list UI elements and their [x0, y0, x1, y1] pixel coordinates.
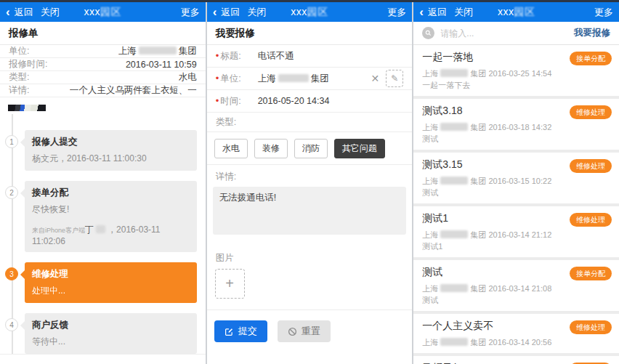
plus-icon: + — [225, 275, 234, 292]
app-title-prefix: xxx — [498, 6, 514, 17]
reset-ban-icon — [288, 327, 297, 336]
item-desc: 测试1 — [422, 240, 610, 252]
submit-button[interactable]: 提交 — [214, 320, 267, 342]
back-button[interactable]: 返回 — [428, 6, 447, 19]
step-number: 3 — [5, 267, 18, 280]
list-item[interactable]: 一个人主义卖不 维修处理 上海集团 2016-03-14 20:56 — [413, 314, 619, 353]
item-time: 2016-03-14 20:56 — [488, 338, 551, 347]
field-value: 水电 — [179, 71, 197, 84]
operator-name: 丁 — [85, 225, 94, 235]
close-button[interactable]: 关闭 — [41, 6, 60, 19]
item-meta: 上海集团 2016-03-15 10:22 — [422, 175, 610, 187]
item-meta: 上海集团 2016-03-14 21:12 — [422, 229, 610, 240]
status-badge: 维修处理 — [570, 213, 612, 227]
unit-input-value[interactable]: 上海集团 — [258, 73, 329, 85]
field-label: 详情: — [9, 84, 29, 97]
search-input[interactable] — [440, 28, 568, 39]
app-title-prefix: xxx — [84, 6, 101, 17]
app-title-prefix: xxx — [291, 6, 307, 17]
more-button[interactable]: 更多 — [387, 6, 406, 19]
back-icon[interactable]: ‹ — [6, 7, 10, 17]
back-icon[interactable]: ‹ — [213, 7, 217, 17]
form-row-unit[interactable]: •单位: 上海集团 ✕ ✎ — [207, 68, 413, 90]
more-button[interactable]: 更多 — [594, 6, 613, 19]
more-button[interactable]: 更多 — [181, 6, 200, 19]
timeline-card: 接单分配 尽快恢复! 来自iPhone客户端丁，2016-03-11 11:02… — [25, 181, 197, 252]
repair-list: 一起一落地 接单分配 上海集团 2016-03-25 14:54 一起一落下去 … — [413, 45, 619, 364]
step-title: 商户反馈 — [32, 319, 190, 331]
list-item[interactable]: 测试3.18 维修处理 上海集团 2016-03-18 14:32 测试 — [413, 99, 619, 150]
client-source-label: 来自iPhone客户端 — [32, 227, 85, 234]
app-title-masked: 园区 — [100, 6, 121, 17]
item-meta: 上海集团 2016-03-14 21:08 — [422, 283, 610, 294]
status-badge: 维修处理 — [570, 320, 612, 334]
form-title: 我要报修 — [207, 22, 413, 45]
photo-thumbnail[interactable] — [8, 105, 46, 111]
panel-repair-detail: ‹ 返回 关闭 xxx园区 更多 报修单 单位: 上海集团 报修时间: 2016… — [0, 0, 206, 364]
status-badge: 接单分配 — [570, 267, 612, 280]
form-actions: 提交 重置 — [207, 310, 413, 342]
type-chip-group: 水电 装修 消防 其它问题 — [207, 132, 413, 165]
step-note: 处理中... — [32, 285, 190, 297]
item-time: 2016-03-15 10:22 — [488, 177, 551, 185]
form-row-title[interactable]: •标题: 电话不通 — [207, 45, 413, 68]
photo-label: 图片 — [207, 235, 413, 267]
appbar-1: ‹ 返回 关闭 xxx园区 更多 — [0, 0, 206, 22]
timeline-card: 报修人提交 杨文元，2016-03-11 11:00:30 — [25, 130, 197, 171]
reset-button[interactable]: 重置 — [278, 320, 331, 342]
close-button[interactable]: 关闭 — [454, 6, 473, 19]
back-button[interactable]: 返回 — [15, 6, 33, 19]
bottom-clip — [0, 354, 206, 364]
list-item[interactable]: 测试 接单分配 上海集团 2016-03-14 21:08 测试 — [413, 260, 619, 311]
panel-repair-form: ‹ 返回 关闭 xxx园区 更多 我要报修 •标题: 电话不通 •单位: 上海集… — [207, 0, 413, 364]
list-item[interactable]: 测试3.15 维修处理 上海集团 2016-03-15 10:22 测试 — [413, 153, 619, 203]
field-row-time: 报修时间: 2016-03-11 10:59 — [0, 58, 206, 71]
step-note: 尽快恢复! — [32, 203, 190, 216]
add-photo-button[interactable]: + — [215, 269, 245, 299]
type-chip-water-electric[interactable]: 水电 — [214, 139, 248, 158]
status-badge: 接单分配 — [570, 52, 612, 65]
create-repair-link[interactable]: 我要报修 — [574, 27, 610, 39]
page-title: 报修单 — [0, 22, 206, 45]
back-button[interactable]: 返回 — [221, 6, 240, 19]
submit-edit-icon — [224, 327, 234, 336]
item-meta: 上海集团 2016-03-25 14:54 — [422, 68, 610, 79]
type-chip-renovation[interactable]: 装修 — [254, 139, 288, 158]
list-item[interactable]: 马桶又坏了 商户反馈 上海集团 2016-03-11 14:31 — [413, 356, 619, 364]
field-value: 一个人主义乌两件套上衣短、一 — [70, 84, 197, 97]
back-icon[interactable]: ‹ — [419, 7, 424, 17]
step-note: 等待中... — [32, 336, 190, 348]
type-chip-fire[interactable]: 消防 — [294, 139, 328, 158]
edit-unit-button[interactable]: ✎ — [386, 70, 403, 87]
close-button[interactable]: 关闭 — [247, 6, 266, 19]
field-label: •单位: — [216, 73, 258, 85]
step-number: 2 — [5, 186, 18, 199]
masked-text — [96, 225, 105, 233]
clear-icon[interactable]: ✕ — [371, 73, 380, 84]
timeline-step-1: 1 报修人提交 杨文元，2016-03-11 11:00:30 — [25, 130, 197, 171]
timeline-step-2: 2 接单分配 尽快恢复! 来自iPhone客户端丁，2016-03-11 11:… — [25, 181, 197, 252]
step-number: 1 — [5, 135, 18, 148]
form-row-time[interactable]: •时间: 2016-05-20 14:34 — [207, 90, 413, 113]
step-note: 杨文元，2016-03-11 11:00:30 — [32, 153, 190, 165]
timeline-step-3-active: 3 维修处理 处理中... — [25, 262, 197, 303]
time-input-value[interactable]: 2016-05-20 14:34 — [258, 96, 330, 106]
item-desc: 测试 — [422, 133, 610, 145]
detail-label: 详情: — [207, 165, 413, 187]
list-item[interactable]: 一起一落地 接单分配 上海集团 2016-03-25 14:54 一起一落下去 — [413, 45, 619, 96]
field-row-detail: 详情: 一个人主义乌两件套上衣短、一 — [0, 84, 206, 97]
field-label: •时间: — [216, 95, 258, 108]
type-chip-other-selected[interactable]: 其它问题 — [334, 139, 385, 158]
masked-text — [139, 46, 177, 54]
masked-text — [278, 74, 309, 82]
masked-text — [440, 69, 468, 77]
item-meta: 上海集团 2016-03-18 14:32 — [422, 121, 610, 133]
list-item[interactable]: 测试1 维修处理 上海集团 2016-03-14 21:12 测试1 — [413, 206, 619, 257]
panel-repair-list: ‹ 返回 关闭 xxx园区 更多 我要报修 一起一落地 接单分配 上海集团 20… — [413, 0, 619, 364]
search-icon — [422, 27, 434, 39]
masked-text — [440, 123, 468, 131]
title-input-value[interactable]: 电话不通 — [258, 50, 294, 62]
detail-textarea[interactable]: 无法拨通电话! — [213, 187, 407, 235]
masked-text — [440, 230, 468, 238]
item-desc: 一起一落下去 — [422, 79, 610, 91]
